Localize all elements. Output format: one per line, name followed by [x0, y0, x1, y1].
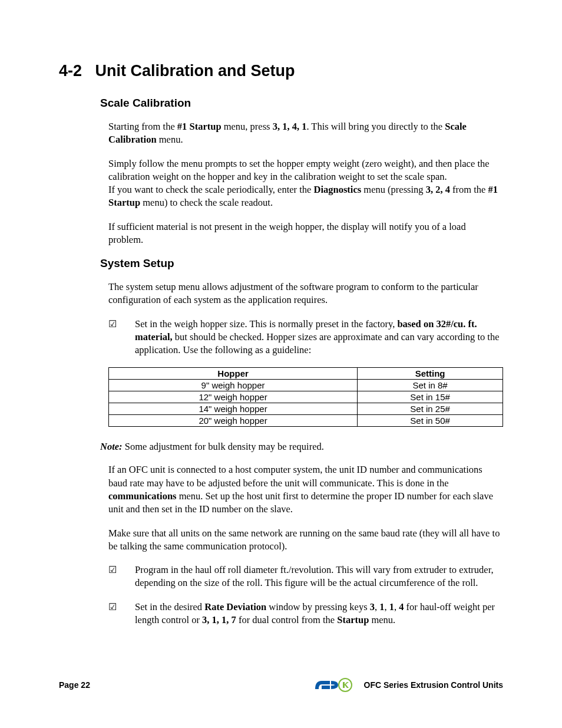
table-cell: 14" weigh hopper — [109, 403, 358, 415]
system-setup-p2: If an OFC unit is connected to a host co… — [108, 463, 500, 516]
table-cell: Set in 15# — [358, 391, 503, 403]
table-cell: 12" weigh hopper — [109, 391, 358, 403]
checkbox-icon: ☑ — [108, 564, 135, 590]
page-number: Page 22 — [59, 680, 90, 690]
page-footer: Page 22 OFC Series Extrusion Control Uni… — [59, 677, 503, 693]
checklist-item-hopper-size: ☑ Set in the weigh hopper size. This is … — [108, 318, 500, 357]
checklist-text: Program in the haul off roll diameter ft… — [135, 564, 500, 590]
subsection-scale-calibration: Scale Calibration — [100, 97, 503, 110]
footer-right: OFC Series Extrusion Control Units — [313, 677, 503, 693]
system-setup-p3: Make sure that all units on the same net… — [108, 527, 500, 554]
note-line: Note: Some adjustment for bulk density m… — [100, 441, 503, 453]
scale-cal-p3: If you want to check the scale periodica… — [108, 183, 500, 210]
table-cell: 20" weigh hopper — [109, 415, 358, 427]
table-cell: Set in 25# — [358, 403, 503, 415]
checklist-item-haul-off: ☑ Program in the haul off roll diameter … — [108, 564, 500, 590]
checkbox-icon: ☑ — [108, 318, 135, 357]
hopper-settings-table: Hopper Setting 9" weigh hopper Set in 8#… — [108, 367, 503, 427]
note-text: Some adjustment for bulk density may be … — [123, 441, 324, 452]
table-row: 9" weigh hopper Set in 8# — [109, 380, 503, 391]
system-setup-p1: The system setup menu allows adjustment … — [108, 281, 500, 307]
table-cell: Set in 8# — [358, 380, 503, 391]
table-row: 14" weigh hopper Set in 25# — [109, 403, 503, 415]
svg-rect-1 — [322, 686, 330, 689]
table-header-setting: Setting — [358, 368, 503, 380]
checkbox-icon: ☑ — [108, 601, 135, 627]
footer-product-name: OFC Series Extrusion Control Units — [364, 680, 503, 690]
note-label: Note: — [100, 441, 123, 452]
scale-cal-p1: Starting from the #1 Startup menu, press… — [108, 120, 500, 147]
section-title: 4-2 Unit Calibration and Setup — [59, 62, 503, 80]
aec-logo-icon — [313, 677, 361, 693]
checklist-item-rate-deviation: ☑ Set in the desired Rate Deviation wind… — [108, 601, 500, 627]
table-row: 12" weigh hopper Set in 15# — [109, 391, 503, 403]
table-header-hopper: Hopper — [109, 368, 358, 380]
table-cell: Set in 50# — [358, 415, 503, 427]
section-number: 4-2 — [59, 62, 82, 80]
svg-rect-0 — [322, 681, 330, 684]
checklist-text: Set in the desired Rate Deviation window… — [135, 601, 500, 627]
subsection-system-setup: System Setup — [100, 257, 503, 270]
scale-cal-p2: Simply follow the menu prompts to set th… — [108, 157, 500, 184]
checklist-text: Set in the weigh hopper size. This is no… — [135, 318, 500, 357]
scale-cal-p4: If sufficient material is not present in… — [108, 220, 500, 247]
table-row: 20" weigh hopper Set in 50# — [109, 415, 503, 427]
table-cell: 9" weigh hopper — [109, 380, 358, 391]
table-header-row: Hopper Setting — [109, 368, 503, 380]
section-heading-text: Unit Calibration and Setup — [95, 62, 295, 80]
